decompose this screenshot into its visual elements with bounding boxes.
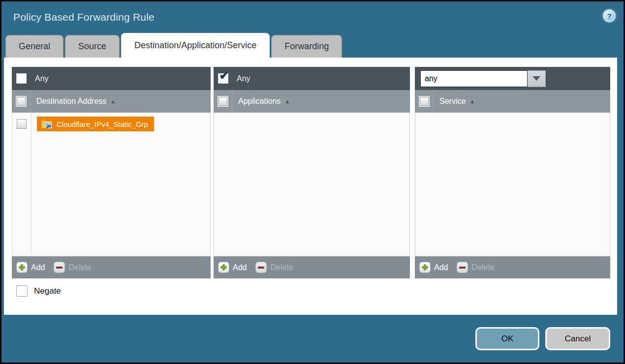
applications-column-header: Applications ▲ (214, 90, 410, 113)
add-button-label: Add (31, 263, 45, 272)
tab-content-panel: Any Destination Address ▲ (4, 58, 617, 315)
service-mode-dropdown-button[interactable] (528, 70, 546, 87)
columns-container: Any Destination Address ▲ (12, 67, 610, 278)
sort-asc-icon[interactable]: ▲ (284, 98, 290, 104)
delete-button-label: Delete (471, 263, 494, 272)
destination-footer-bar: Add Delete (12, 256, 211, 278)
destination-any-bar: Any (12, 67, 211, 90)
add-plus-icon (218, 262, 229, 273)
add-button-label: Add (434, 263, 448, 272)
chevron-down-icon (532, 76, 540, 81)
address-group-icon (41, 119, 53, 129)
service-delete-button[interactable]: Delete (457, 262, 494, 273)
delete-button-label: Delete (68, 263, 91, 272)
dialog-footer: OK Cancel (1, 313, 624, 363)
sort-asc-icon[interactable]: ▲ (110, 98, 116, 104)
policy-based-forwarding-dialog: Policy Based Forwarding Rule ? General S… (0, 0, 625, 364)
service-mode-input[interactable] (420, 70, 528, 87)
sort-asc-icon[interactable]: ▲ (469, 98, 475, 104)
tab-bar: General Source Destination/Application/S… (1, 33, 624, 58)
destination-delete-button[interactable]: Delete (54, 262, 91, 273)
service-footer-bar: Add Delete (415, 256, 610, 278)
applications-add-button[interactable]: Add (218, 262, 247, 273)
applications-footer-bar: Add Delete (214, 256, 410, 278)
delete-minus-icon (255, 262, 267, 273)
destination-any-label: Any (35, 74, 49, 83)
service-header-gutter (415, 90, 434, 113)
destination-add-button[interactable]: Add (16, 262, 45, 273)
destination-row-checkbox[interactable] (17, 119, 27, 129)
service-column: Service ▲ Add Delete (415, 67, 610, 278)
negate-row: Negate (12, 285, 610, 297)
tab-source[interactable]: Source (65, 35, 120, 58)
applications-any-bar: Any (214, 67, 410, 90)
destination-address-column: Any Destination Address ▲ (12, 67, 211, 278)
service-column-header: Service ▲ (415, 90, 610, 113)
help-icon[interactable]: ? (603, 9, 616, 22)
service-mode-dropdown (420, 70, 546, 87)
service-select-all-checkbox[interactable] (420, 97, 429, 106)
applications-delete-button[interactable]: Delete (255, 262, 293, 273)
service-header-label[interactable]: Service (439, 97, 466, 106)
applications-any-label: Any (237, 74, 250, 83)
ok-button[interactable]: OK (475, 327, 539, 350)
tab-general[interactable]: General (5, 35, 63, 58)
destination-column-header: Destination Address ▲ (12, 90, 211, 113)
cancel-button[interactable]: Cancel (545, 327, 610, 350)
negate-checkbox[interactable] (16, 285, 28, 297)
add-plus-icon (419, 262, 431, 273)
applications-header-label[interactable]: Applications (238, 97, 281, 106)
tab-forwarding[interactable]: Forwarding (271, 35, 342, 58)
destination-row-label: Cloudflare_IPv4_Static_Grp (57, 120, 148, 128)
add-button-label: Add (233, 263, 247, 272)
applications-column: Any Applications ▲ Add (214, 67, 410, 278)
applications-header-gutter (214, 90, 232, 113)
dialog-titlebar: Policy Based Forwarding Rule ? (1, 1, 624, 33)
footer-buttons: OK Cancel (475, 327, 610, 350)
service-add-button[interactable]: Add (419, 262, 448, 273)
delete-button-label: Delete (270, 263, 293, 272)
dialog-title: Policy Based Forwarding Rule (13, 11, 155, 23)
delete-minus-icon (54, 262, 65, 273)
applications-any-checkbox[interactable] (218, 73, 228, 84)
negate-label: Negate (34, 286, 61, 296)
service-dropdown-bar (415, 67, 610, 90)
destination-any-checkbox[interactable] (16, 73, 27, 84)
add-plus-icon (16, 262, 28, 273)
destination-header-gutter (12, 90, 31, 113)
service-list[interactable] (415, 113, 610, 256)
destination-list[interactable]: Cloudflare_IPv4_Static_Grp (12, 113, 211, 256)
destination-row-selected-item[interactable]: Cloudflare_IPv4_Static_Grp (37, 117, 154, 131)
tab-destination-application-service[interactable]: Destination/Application/Service (121, 33, 270, 58)
applications-select-all-checkbox[interactable] (219, 97, 227, 106)
table-row: Cloudflare_IPv4_Static_Grp (12, 113, 210, 131)
applications-list[interactable] (214, 113, 410, 256)
destination-header-label[interactable]: Destination Address (36, 97, 106, 106)
destination-select-all-checkbox[interactable] (17, 97, 26, 106)
delete-minus-icon (457, 262, 468, 273)
